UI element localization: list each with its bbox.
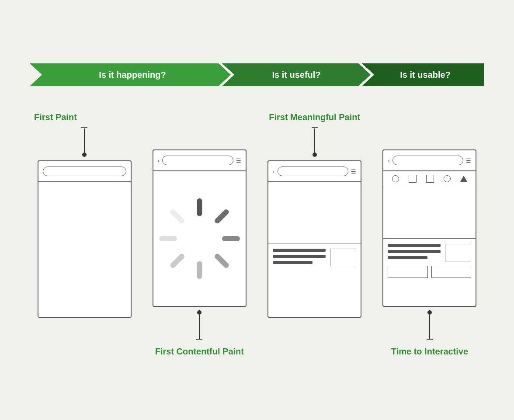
- text-col-4: [388, 244, 441, 262]
- detail-row-3: [273, 249, 356, 267]
- arrow-tick-fmp: [312, 127, 318, 128]
- svg-line-3: [217, 257, 226, 265]
- phone-header-4: ‹ ☰: [383, 150, 476, 171]
- arrow-line-fmp: [314, 128, 315, 153]
- phone-body-1: [38, 182, 131, 317]
- action-btn-4b: [431, 266, 472, 278]
- phone-details-3: [268, 243, 361, 272]
- arrow-dot-tti: [427, 310, 432, 315]
- phone-tab-bar-4: [383, 171, 476, 186]
- first-paint-label: First Paint: [34, 112, 77, 122]
- text-line-4b: [388, 250, 441, 253]
- btn-row-4: [388, 266, 471, 278]
- fcp-arrow: [196, 310, 202, 340]
- phone-col-tti: ‹ ☰: [379, 112, 480, 357]
- phone-fmp: ‹ ☰: [267, 160, 361, 318]
- arrow-line-fcp: [199, 315, 200, 339]
- search-bar-4: [392, 156, 464, 165]
- arrow-happening: Is it happening?: [30, 63, 231, 86]
- tti-arrow: [427, 310, 433, 340]
- back-icon-4: ‹: [388, 157, 389, 164]
- arrow-dot: [82, 153, 87, 157]
- arrow-useful: Is it useful?: [222, 63, 371, 86]
- detail-btn-4: [445, 244, 471, 261]
- arrow-usable-label: Is it usable?: [400, 70, 451, 80]
- search-bar-3: [278, 167, 349, 176]
- action-btn-4a: [388, 266, 428, 278]
- phone-first-paint: [38, 160, 132, 318]
- tab-triangle: [460, 176, 467, 182]
- arrow-dot-fcp: [197, 310, 201, 315]
- back-icon-2: ‹: [158, 157, 160, 164]
- detail-row-4: [388, 244, 471, 262]
- btn-col-4: [445, 244, 471, 261]
- phones-area: First Paint ‹ ☰: [25, 112, 489, 357]
- svg-line-7: [173, 212, 181, 221]
- phone-header-3: ‹ ☰: [268, 161, 361, 182]
- phone-content-3: [268, 182, 361, 243]
- banner: Is it happening? Is it useful? Is it usa…: [25, 63, 489, 86]
- svg-line-1: [217, 212, 226, 221]
- phone-col-fmp: First Meaningful Paint ‹ ☰: [264, 112, 365, 318]
- arrow-usable: Is it usable?: [362, 63, 484, 86]
- text-line-4a: [388, 244, 441, 247]
- phone-details-4: [383, 239, 476, 283]
- main-container: Is it happening? Is it useful? Is it usa…: [17, 46, 497, 374]
- detail-btn-3: [330, 249, 356, 266]
- first-paint-arrow: [81, 127, 87, 157]
- arrow-line-tti: [429, 315, 430, 339]
- btn-col-3: [330, 249, 356, 266]
- fmp-label: First Meaningful Paint: [269, 112, 360, 122]
- search-bar-1: [43, 167, 126, 176]
- spinner-icon: [153, 171, 246, 306]
- tab-square-1: [409, 175, 417, 183]
- arrow-dot-fmp: [313, 153, 317, 157]
- menu-icon-4: ☰: [466, 157, 471, 164]
- arrow-line: [84, 128, 85, 153]
- phone-content-4: [383, 186, 476, 239]
- menu-icon-3: ☰: [351, 168, 356, 175]
- back-icon-3: ‹: [273, 168, 274, 175]
- arrow-useful-label: Is it useful?: [272, 70, 320, 80]
- fmp-arrow: [312, 127, 318, 157]
- text-line-3c: [273, 261, 313, 264]
- phone-tti: ‹ ☰: [382, 149, 476, 307]
- text-line-4c: [388, 256, 427, 259]
- tti-label: Time to Interactive: [391, 347, 468, 357]
- phone-fcp: ‹ ☰: [153, 149, 247, 307]
- menu-icon-2: ☰: [236, 157, 241, 164]
- text-line-3b: [273, 255, 326, 258]
- phone-body-2: [153, 171, 246, 306]
- phone-col-fcp: ‹ ☰: [149, 112, 250, 357]
- text-col-3: [273, 249, 326, 267]
- tab-circle-1: [392, 175, 399, 182]
- phone-col-first-paint: First Paint: [34, 112, 135, 318]
- arrow-tick: [81, 127, 87, 128]
- phone-header-1: [38, 161, 131, 182]
- tab-circle-2: [444, 175, 451, 182]
- svg-line-5: [173, 257, 181, 265]
- arrow-tick-tti: [427, 339, 433, 340]
- arrow-happening-label: Is it happening?: [99, 70, 166, 80]
- text-line-3a: [273, 249, 326, 252]
- arrow-tick-fcp: [196, 339, 202, 340]
- fcp-label: First Contentful Paint: [155, 347, 244, 357]
- search-bar-2: [162, 156, 233, 165]
- phone-header-2: ‹ ☰: [153, 150, 246, 171]
- tab-square-2: [426, 175, 434, 183]
